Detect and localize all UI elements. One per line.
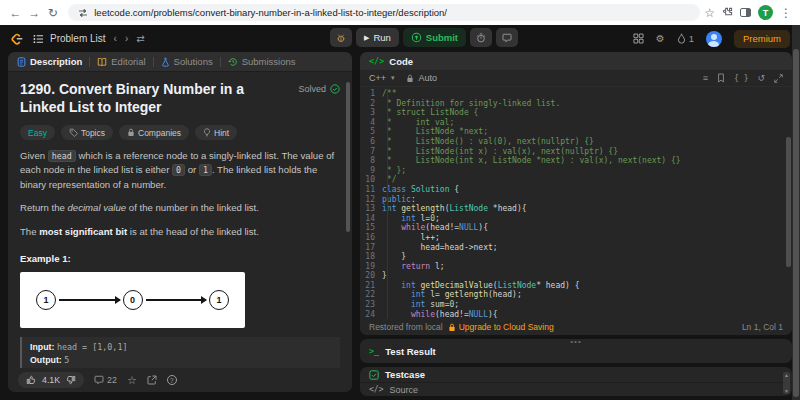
- problem-panel: Description Editorial Solutions Submissi…: [8, 52, 352, 392]
- comments-button[interactable]: 22: [94, 375, 117, 385]
- page-scrollbar[interactable]: [792, 25, 800, 400]
- hint-bulb-icon: [203, 128, 211, 137]
- code-line: 2 * Definition for singly-linked list.: [360, 99, 792, 109]
- shuffle-icon[interactable]: ⇄: [136, 33, 144, 44]
- thumbs-down-icon[interactable]: [66, 375, 76, 385]
- code-line: 8 * ListNode(int x, ListNode *next) : va…: [360, 156, 792, 166]
- difficulty-badge[interactable]: Easy: [20, 125, 55, 140]
- code-toolbar: C++ ▾ Auto ≡ { } ↺: [360, 70, 792, 87]
- reset-code-icon[interactable]: ↺: [757, 73, 765, 83]
- bookmark-icon[interactable]: [717, 73, 725, 83]
- notes-button[interactable]: [496, 28, 518, 47]
- run-button[interactable]: ▶ Run: [356, 28, 399, 47]
- browser-menu-icon[interactable]: ⋮: [780, 6, 792, 20]
- bookmark-star-icon[interactable]: ☆: [704, 6, 715, 20]
- tab-solutions[interactable]: Solutions: [161, 56, 213, 67]
- hint-label: Hint: [214, 128, 229, 138]
- companies-chip[interactable]: Companies: [119, 125, 189, 140]
- code-line: 17 head=head->next;: [360, 243, 792, 253]
- code-scrollbar[interactable]: [786, 137, 791, 267]
- code-line: 21 int getDecimalValue(ListNode* head) {: [360, 281, 792, 291]
- format-icon[interactable]: ≡: [703, 73, 708, 83]
- tag-icon: [69, 128, 78, 137]
- testcase-panel: Testcase </> Source ▲▼: [360, 367, 792, 396]
- feedback-help-icon[interactable]: ?: [167, 375, 177, 385]
- drag-handle[interactable]: •••: [570, 340, 581, 344]
- comment-count: 22: [107, 375, 117, 385]
- expand-icon[interactable]: [774, 74, 783, 83]
- code-panel-title: Code: [389, 56, 413, 67]
- topics-chip[interactable]: Topics: [61, 125, 113, 140]
- page-scroll-thumb[interactable]: [793, 49, 799, 397]
- autosave-label: Auto: [419, 73, 438, 83]
- leetcode-logo-icon[interactable]: [10, 31, 25, 46]
- problem-footer: 4.1K 22 ☆ ?: [8, 368, 352, 392]
- problem-scrollbar[interactable]: [346, 82, 350, 232]
- tab-submissions-label: Submissions: [242, 56, 296, 67]
- cloud-upload-icon: [411, 32, 422, 43]
- user-avatar[interactable]: [706, 31, 722, 47]
- hint-chip[interactable]: Hint: [195, 125, 237, 140]
- testcase-header[interactable]: Testcase: [360, 367, 792, 382]
- url-bar[interactable]: leetcode.com/problems/convert-binary-num…: [68, 4, 700, 21]
- language-selector[interactable]: C++: [369, 73, 386, 83]
- premium-button[interactable]: Premium: [734, 30, 790, 48]
- example-1-label: Example 1:: [20, 253, 340, 264]
- tab-submissions[interactable]: Submissions: [228, 56, 296, 67]
- cloud-saving-upgrade[interactable]: Upgrade to Cloud Saving: [448, 322, 554, 332]
- browser-forward-icon[interactable]: →: [27, 4, 42, 22]
- code-tag-icon: </>: [369, 56, 384, 66]
- browser-profile-avatar[interactable]: T: [758, 5, 773, 20]
- prev-problem-icon[interactable]: ‹: [114, 33, 117, 44]
- problem-list-label[interactable]: Problem List: [50, 33, 106, 44]
- gutter-divider: [387, 89, 388, 319]
- inline-code-head: head: [48, 150, 76, 162]
- editorial-icon: [97, 57, 107, 67]
- description-paragraph-2: Return the decimal value of the number i…: [20, 201, 340, 215]
- upgrade-label: Upgrade to Cloud Saving: [459, 322, 554, 332]
- streak-counter[interactable]: 1: [677, 33, 694, 44]
- code-line: 11class Solution {: [360, 185, 792, 195]
- description-paragraph-1: Given head which is a reference node to …: [20, 149, 340, 192]
- timer-button[interactable]: [470, 28, 492, 47]
- layout-grid-icon[interactable]: [633, 33, 644, 44]
- tab-editorial-label: Editorial: [111, 56, 145, 67]
- tab-divider: [89, 57, 90, 67]
- topbar-left: Problem List ‹ › ⇄: [10, 31, 145, 46]
- source-tag-icon: </>: [369, 385, 383, 394]
- tab-description[interactable]: Description: [17, 56, 82, 67]
- description-paragraph-3: The most significant bit is at the head …: [20, 225, 340, 239]
- run-label: Run: [373, 32, 390, 43]
- list-node: 0: [123, 290, 143, 310]
- problem-tab-bar: Description Editorial Solutions Submissi…: [8, 52, 352, 72]
- thumbs-up-icon[interactable]: [26, 375, 36, 385]
- source-header[interactable]: </> Source: [360, 382, 792, 396]
- code-line: 22 int l= getlength(head);: [360, 290, 792, 300]
- code-editor[interactable]: 1/**2 * Definition for singly-linked lis…: [360, 87, 792, 319]
- test-result-panel[interactable]: ••• >_ Test Result: [360, 339, 792, 363]
- submit-button[interactable]: Submit: [403, 28, 466, 47]
- tab-editorial[interactable]: Editorial: [97, 56, 145, 67]
- problem-list-nav: Problem List: [33, 33, 106, 44]
- screen: ← → ↻ leetcode.com/problems/convert-bina…: [0, 0, 800, 400]
- favorite-star-icon[interactable]: ☆: [127, 374, 137, 387]
- tab-switcher-icon: [78, 8, 88, 18]
- solved-badge: Solved: [298, 84, 340, 94]
- debugger-button[interactable]: [330, 28, 352, 47]
- problem-content[interactable]: 1290. Convert Binary Number in a Linked …: [8, 72, 352, 368]
- side-panel-icon[interactable]: [740, 8, 751, 17]
- settings-gear-icon[interactable]: ⚙: [656, 33, 665, 44]
- extensions-icon[interactable]: [722, 7, 733, 18]
- braces-icon[interactable]: { }: [734, 74, 748, 83]
- code-line: 12public:: [360, 195, 792, 205]
- share-icon[interactable]: [147, 375, 157, 385]
- mini-scrollbar[interactable]: ▲▼: [783, 372, 790, 394]
- inline-code-0: 0: [172, 164, 185, 176]
- code-toolbar-actions: ≡ { } ↺: [703, 73, 783, 83]
- solved-check-icon: [330, 84, 340, 94]
- next-problem-icon[interactable]: ›: [125, 33, 128, 44]
- browser-reload-icon[interactable]: ↻: [46, 4, 61, 22]
- browser-actions: ☆ T ⋮: [704, 5, 792, 20]
- code-line: 24 while(head!=NULL){: [360, 310, 792, 320]
- browser-back-icon[interactable]: ←: [8, 4, 23, 22]
